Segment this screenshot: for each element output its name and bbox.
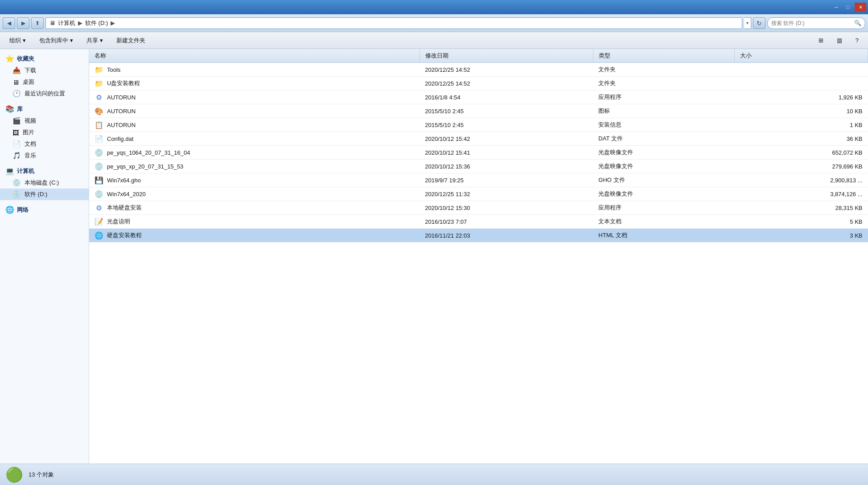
file-icon-3: 🎨 <box>95 107 103 115</box>
table-row[interactable]: 📄 Config.dat 2020/10/12 15:42 DAT 文件 36 … <box>89 132 868 146</box>
file-name-cell-7[interactable]: 💿 pe_yqs_xp_20_07_31_15_53 <box>89 160 420 173</box>
sidebar-header-library[interactable]: 📚 库 <box>0 103 89 115</box>
search-icon[interactable]: 🔍 <box>854 20 861 26</box>
help-button[interactable]: ? <box>850 34 864 47</box>
sidebar-header-network[interactable]: 🌐 网络 <box>0 204 89 216</box>
video-icon: 🎬 <box>12 117 21 125</box>
table-row[interactable]: 💿 Win7x64_2020 2020/12/25 11:32 光盘映像文件 3… <box>89 187 868 201</box>
table-row[interactable]: 💾 Win7x64.gho 2019/9/7 19:25 GHO 文件 2,90… <box>89 173 868 187</box>
sidebar-item-video[interactable]: 🎬 视频 <box>0 115 89 127</box>
main-area: ⭐ 收藏夹 📥 下载 🖥 桌面 🕐 最近访问的位置 📚 库 <box>0 49 868 464</box>
sidebar-header-favorites[interactable]: ⭐ 收藏夹 <box>0 53 89 65</box>
sidebar-item-music[interactable]: 🎵 音乐 <box>0 150 89 161</box>
file-name-cell-3[interactable]: 🎨 AUTORUN <box>89 104 420 118</box>
file-icon-6: 💿 <box>95 148 103 157</box>
table-row[interactable]: 🌐 硬盘安装教程 2016/11/21 22:03 HTML 文档 3 KB <box>89 229 868 242</box>
file-name-cell-4[interactable]: 📋 AUTORUN <box>89 118 420 132</box>
table-row[interactable]: 🎨 AUTORUN 2015/5/10 2:45 图标 10 KB <box>89 104 868 118</box>
file-icon-8: 💾 <box>95 176 103 185</box>
close-button[interactable]: ✕ <box>855 3 866 12</box>
file-type-0: 文件夹 <box>593 63 734 77</box>
file-type-4: 安装信息 <box>593 118 734 132</box>
network-label: 网络 <box>17 206 29 214</box>
maximize-button[interactable]: □ <box>842 3 854 12</box>
col-name[interactable]: 名称 <box>89 49 420 63</box>
table-row[interactable]: 📁 U盘安装教程 2020/12/25 14:52 文件夹 <box>89 77 868 90</box>
file-name-cell-6[interactable]: 💿 pe_yqs_1064_20_07_31_16_04 <box>89 146 420 160</box>
col-type[interactable]: 类型 <box>593 49 734 63</box>
sidebar-header-computer[interactable]: 💻 计算机 <box>0 165 89 177</box>
file-name-cell-11[interactable]: 📝 光盘说明 <box>89 215 420 229</box>
sidebar-item-documents[interactable]: 📄 文档 <box>0 138 89 150</box>
address-path[interactable]: 🖥 计算机 ▶ 软件 (D:) ▶ <box>45 17 742 29</box>
share-button[interactable]: 共享 ▾ <box>81 34 109 47</box>
file-name-cell-2[interactable]: ⚙ AUTORUN <box>89 90 420 104</box>
file-type-1: 文件夹 <box>593 77 734 90</box>
filelist-wrapper[interactable]: 名称 修改日期 类型 大小 📁 Tools 2020/12/25 14:52 文… <box>89 49 868 464</box>
addressbar: ◀ ▶ ⬆ 🖥 计算机 ▶ 软件 (D:) ▶ ▾ ↻ 🔍 <box>0 14 868 32</box>
file-size-1 <box>734 77 868 90</box>
table-row[interactable]: 💿 pe_yqs_1064_20_07_31_16_04 2020/10/12 … <box>89 146 868 160</box>
favorites-icon: ⭐ <box>5 54 14 63</box>
file-name-cell-9[interactable]: 💿 Win7x64_2020 <box>89 187 420 201</box>
up-button[interactable]: ⬆ <box>31 17 44 29</box>
drive-c-label: 本地磁盘 (C:) <box>25 179 59 187</box>
file-type-8: GHO 文件 <box>593 173 734 187</box>
col-date[interactable]: 修改日期 <box>420 49 593 63</box>
path-dropdown-button[interactable]: ▾ <box>744 17 751 29</box>
table-row[interactable]: ⚙ AUTORUN 2016/1/8 4:54 应用程序 1,926 KB <box>89 90 868 104</box>
file-icon-4: 📋 <box>95 120 103 129</box>
file-size-7: 279,696 KB <box>734 160 868 173</box>
col-size[interactable]: 大小 <box>734 49 868 63</box>
path-icon: 🖥 <box>49 20 55 26</box>
file-name-11: 光盘说明 <box>107 218 130 226</box>
file-type-10: 应用程序 <box>593 201 734 215</box>
sidebar-item-downloads[interactable]: 📥 下载 <box>0 65 89 76</box>
minimize-button[interactable]: ─ <box>831 3 842 12</box>
back-button[interactable]: ◀ <box>3 17 15 29</box>
new-folder-button[interactable]: 新建文件夹 <box>111 34 151 47</box>
favorites-label: 收藏夹 <box>17 55 34 63</box>
sidebar: ⭐ 收藏夹 📥 下载 🖥 桌面 🕐 最近访问的位置 📚 库 <box>0 49 89 464</box>
view-button[interactable]: ⊞ <box>813 34 829 47</box>
refresh-button[interactable]: ↻ <box>753 17 765 29</box>
table-row[interactable]: 📋 AUTORUN 2015/5/10 2:45 安装信息 1 KB <box>89 118 868 132</box>
table-row[interactable]: 📝 光盘说明 2016/10/23 7:07 文本文档 5 KB <box>89 215 868 229</box>
sidebar-item-pictures[interactable]: 🖼 图片 <box>0 127 89 138</box>
file-name-cell-0[interactable]: 📁 Tools <box>89 63 420 77</box>
pane-button[interactable]: ▥ <box>831 34 848 47</box>
sidebar-item-desktop[interactable]: 🖥 桌面 <box>0 76 89 88</box>
drive-d-icon: 💿 <box>12 190 21 198</box>
file-icon-9: 💿 <box>95 189 103 198</box>
drive-c-icon: 💿 <box>12 179 21 187</box>
sidebar-item-recent[interactable]: 🕐 最近访问的位置 <box>0 88 89 99</box>
file-name-cell-1[interactable]: 📁 U盘安装教程 <box>89 77 420 90</box>
music-icon: 🎵 <box>12 152 21 160</box>
file-date-7: 2020/10/12 15:36 <box>420 160 593 173</box>
organize-dropdown-icon: ▾ <box>23 37 26 44</box>
file-type-11: 文本文档 <box>593 215 734 229</box>
pictures-label: 图片 <box>23 128 34 136</box>
organize-button[interactable]: 组织 ▾ <box>4 34 32 47</box>
table-row[interactable]: ⚙ 本地硬盘安装 2020/10/12 15:30 应用程序 28,315 KB <box>89 201 868 215</box>
search-input[interactable] <box>771 20 852 26</box>
file-name-cell-8[interactable]: 💾 Win7x64.gho <box>89 173 420 187</box>
forward-button[interactable]: ▶ <box>17 17 29 29</box>
recent-label: 最近访问的位置 <box>25 90 65 98</box>
search-box[interactable]: 🔍 <box>767 17 865 29</box>
file-name-2: AUTORUN <box>107 94 136 101</box>
table-row[interactable]: 📁 Tools 2020/12/25 14:52 文件夹 <box>89 63 868 77</box>
file-name-cell-5[interactable]: 📄 Config.dat <box>89 132 420 146</box>
table-row[interactable]: 💿 pe_yqs_xp_20_07_31_15_53 2020/10/12 15… <box>89 160 868 173</box>
file-date-10: 2020/10/12 15:30 <box>420 201 593 215</box>
drive-d-label: 软件 (D:) <box>25 190 47 198</box>
file-name-cell-12[interactable]: 🌐 硬盘安装教程 <box>89 229 420 242</box>
sidebar-item-drive-c[interactable]: 💿 本地磁盘 (C:) <box>0 177 89 189</box>
file-size-5: 36 KB <box>734 132 868 146</box>
sidebar-item-drive-d[interactable]: 💿 软件 (D:) <box>0 189 89 200</box>
table-header-row: 名称 修改日期 类型 大小 <box>89 49 868 63</box>
file-name-cell-10[interactable]: ⚙ 本地硬盘安装 <box>89 201 420 215</box>
file-name-5: Config.dat <box>107 136 133 142</box>
include-library-button[interactable]: 包含到库中 ▾ <box>33 34 79 47</box>
recent-icon: 🕐 <box>12 90 21 98</box>
